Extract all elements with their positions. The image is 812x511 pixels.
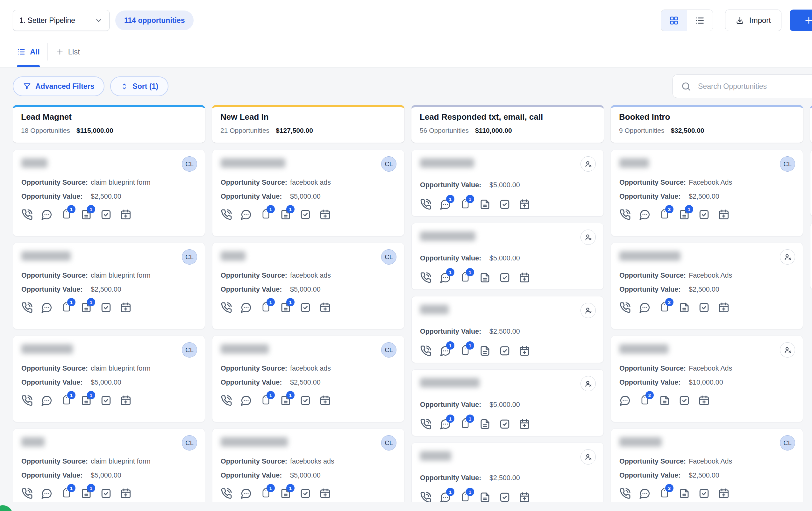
note-icon-button[interactable]: 1 <box>81 395 92 406</box>
note-icon-button[interactable] <box>479 491 491 502</box>
note-icon-button[interactable] <box>678 488 690 499</box>
calendar-icon-button[interactable] <box>718 488 729 499</box>
check-icon-button[interactable] <box>499 345 511 357</box>
chat-icon-button[interactable]: 1 <box>440 418 451 430</box>
phone-icon-button[interactable] <box>21 302 33 313</box>
tag-icon-button[interactable]: 2 <box>639 395 650 406</box>
sort-button[interactable]: Sort (1) <box>110 77 169 96</box>
opportunity-card[interactable]: Opportunity Source:Facebook AdsOpportuni… <box>611 336 803 422</box>
calendar-icon-button[interactable] <box>120 209 132 220</box>
phone-icon-button[interactable] <box>619 302 631 313</box>
opportunity-card[interactable]: CLOpportunity Source:Facebook AdsOpportu… <box>611 150 803 236</box>
advanced-filters-button[interactable]: Advanced Filters <box>13 77 105 96</box>
calendar-icon-button[interactable] <box>319 395 331 406</box>
note-icon-button[interactable]: 1 <box>280 395 291 406</box>
calendar-icon-button[interactable] <box>698 395 710 406</box>
note-icon-button[interactable]: 1 <box>81 302 92 313</box>
check-icon-button[interactable] <box>300 302 311 313</box>
check-icon-button[interactable] <box>698 302 710 313</box>
calendar-icon-button[interactable] <box>519 272 530 283</box>
opportunity-card[interactable]: Opportunity Value:$2,500.0011 <box>411 296 604 363</box>
phone-icon-button[interactable] <box>221 488 232 499</box>
tag-icon-button[interactable]: 3 <box>659 488 670 499</box>
tab-all[interactable]: All <box>17 36 40 67</box>
phone-icon-button[interactable] <box>221 395 232 406</box>
calendar-icon-button[interactable] <box>319 209 331 220</box>
note-icon-button[interactable]: 1 <box>280 488 291 499</box>
check-icon-button[interactable] <box>100 395 112 406</box>
opportunity-card[interactable]: CLOpportunity Source:facebooks adsOpport… <box>212 428 404 502</box>
tag-icon-button[interactable]: 1 <box>460 418 471 430</box>
calendar-icon-button[interactable] <box>120 395 132 406</box>
note-icon-button[interactable]: 1 <box>678 209 690 220</box>
tag-icon-button[interactable]: 2 <box>659 302 670 313</box>
chat-icon-button[interactable] <box>240 488 252 499</box>
chat-icon-button[interactable] <box>619 395 631 406</box>
list-view-button[interactable] <box>687 10 713 31</box>
chat-icon-button[interactable] <box>240 395 252 406</box>
check-icon-button[interactable] <box>698 209 710 220</box>
opportunity-card[interactable]: CLOpportunity Source:facebook adsOpportu… <box>212 243 404 329</box>
phone-icon-button[interactable] <box>420 418 432 430</box>
calendar-icon-button[interactable] <box>519 491 530 502</box>
tag-icon-button[interactable]: 1 <box>61 209 72 220</box>
note-icon-button[interactable]: 1 <box>81 209 92 220</box>
note-icon-button[interactable]: 1 <box>280 302 291 313</box>
check-icon-button[interactable] <box>100 302 112 313</box>
opportunity-card[interactable]: Opportunity Value:$5,000.0011 <box>411 223 604 290</box>
opportunity-card[interactable]: Opportunity Value:$5,000.0011 <box>411 150 604 216</box>
phone-icon-button[interactable] <box>21 209 33 220</box>
note-icon-button[interactable] <box>479 345 491 357</box>
note-icon-button[interactable] <box>479 272 491 283</box>
tag-icon-button[interactable]: 1 <box>460 199 471 210</box>
phone-icon-button[interactable] <box>420 491 432 502</box>
phone-icon-button[interactable] <box>420 345 432 357</box>
note-icon-button[interactable]: 1 <box>81 488 92 499</box>
tag-icon-button[interactable]: 1 <box>260 395 271 406</box>
tag-icon-button[interactable]: 1 <box>460 491 471 502</box>
tag-icon-button[interactable]: 1 <box>260 209 271 220</box>
tag-icon-button[interactable]: 1 <box>260 488 271 499</box>
calendar-icon-button[interactable] <box>519 199 530 210</box>
chat-icon-button[interactable] <box>240 302 252 313</box>
opportunity-card[interactable]: CL <box>810 150 812 216</box>
search-input[interactable] <box>697 82 803 91</box>
check-icon-button[interactable] <box>100 209 112 220</box>
check-icon-button[interactable] <box>300 209 311 220</box>
chat-icon-button[interactable] <box>41 302 53 313</box>
opportunity-card[interactable]: Opportunity Source:Facebook AdsOpportuni… <box>611 243 803 329</box>
add-opportunity-button[interactable] <box>790 9 812 31</box>
phone-icon-button[interactable] <box>21 395 33 406</box>
calendar-icon-button[interactable] <box>718 302 729 313</box>
opportunity-card[interactable]: CLOpportunity Source:claim blueprint for… <box>13 150 205 236</box>
note-icon-button[interactable] <box>678 302 690 313</box>
tag-icon-button[interactable]: 1 <box>260 302 271 313</box>
chat-icon-button[interactable] <box>41 209 53 220</box>
chat-icon-button[interactable]: 1 <box>440 272 451 283</box>
opportunity-card[interactable]: CLOpportunity Source:claim blueprint for… <box>13 428 205 502</box>
note-icon-button[interactable]: 1 <box>280 209 291 220</box>
phone-icon-button[interactable] <box>21 488 33 499</box>
opportunity-card[interactable]: CLOpportunity Source:facebook adsOpportu… <box>212 150 404 236</box>
calendar-icon-button[interactable] <box>519 345 530 357</box>
note-icon-button[interactable] <box>479 199 491 210</box>
check-icon-button[interactable] <box>499 491 511 502</box>
opportunity-card[interactable]: CLOpportunity Source:claim blueprint for… <box>13 243 205 329</box>
opportunity-card[interactable]: Opportunity Value:$5,000.0011 <box>411 369 604 436</box>
opportunity-card[interactable]: CLOpportunity Source:Facebook AdsOpportu… <box>611 428 803 502</box>
pipeline-selector[interactable]: 1. Setter Pipeline <box>13 10 110 31</box>
check-icon-button[interactable] <box>300 488 311 499</box>
chat-icon-button[interactable] <box>639 209 650 220</box>
check-icon-button[interactable] <box>100 488 112 499</box>
tag-icon-button[interactable]: 1 <box>61 488 72 499</box>
phone-icon-button[interactable] <box>221 302 232 313</box>
tag-icon-button[interactable]: 1 <box>61 395 72 406</box>
opportunity-card[interactable] <box>810 223 812 290</box>
chat-icon-button[interactable] <box>639 488 650 499</box>
note-icon-button[interactable] <box>479 418 491 430</box>
calendar-icon-button[interactable] <box>519 418 530 430</box>
chat-icon-button[interactable] <box>240 209 252 220</box>
opportunity-card[interactable]: CLOpportunity Source:claim blueprint for… <box>13 336 205 422</box>
phone-icon-button[interactable] <box>619 488 631 499</box>
calendar-icon-button[interactable] <box>319 488 331 499</box>
